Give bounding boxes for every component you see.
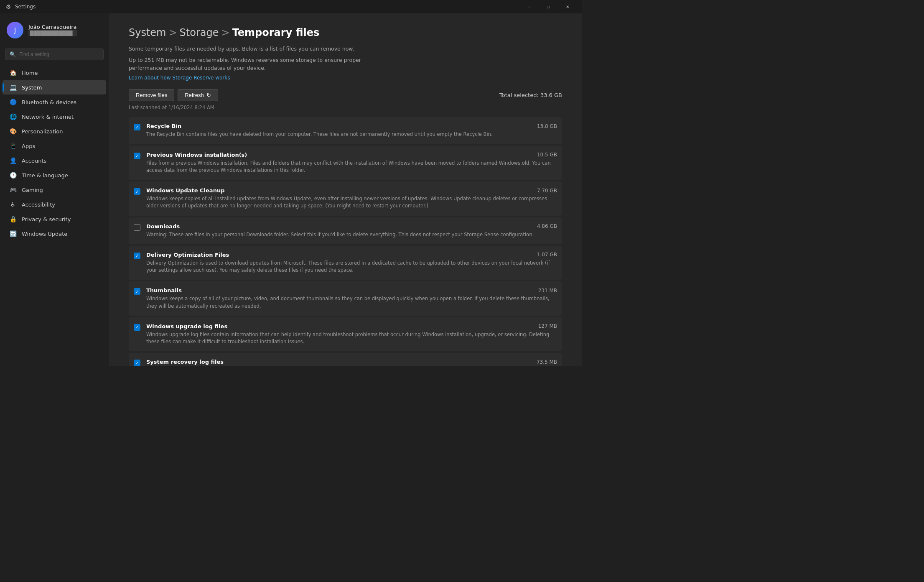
checkbox-wrap[interactable]: [134, 360, 140, 366]
checkbox-wrap[interactable]: [134, 124, 140, 130]
sidebar-item-windows_update[interactable]: 🔄 Windows Update: [3, 227, 106, 241]
file-info: System recovery log files 73.5 MB System…: [146, 359, 557, 366]
file-size: 10.5 GB: [537, 152, 557, 158]
file-info: Windows Update Cleanup 7.70 GB Windows k…: [146, 187, 557, 210]
search-input[interactable]: [19, 51, 99, 57]
breadcrumb: System > Storage > Temporary files: [129, 27, 562, 38]
user-info: João Carrasqueira ████████████: [28, 24, 77, 36]
sidebar-item-system[interactable]: 💻 System: [3, 80, 106, 94]
sidebar-item-privacy[interactable]: 🔒 Privacy & security: [3, 212, 106, 226]
breadcrumb-system: System: [129, 27, 166, 38]
remove-files-button[interactable]: Remove files: [129, 89, 174, 101]
checkbox-wrap[interactable]: [134, 253, 140, 259]
sidebar-item-personalization[interactable]: 🎨 Personalization: [3, 124, 106, 138]
file-size: 127 MB: [538, 323, 557, 329]
file-header: Delivery Optimization Files 1.07 GB: [146, 252, 557, 258]
file-item[interactable]: System recovery log files 73.5 MB System…: [129, 353, 562, 366]
file-checkbox[interactable]: [134, 253, 140, 259]
sidebar-item-accessibility[interactable]: ♿ Accessibility: [3, 197, 106, 212]
file-item[interactable]: Windows upgrade log files 127 MB Windows…: [129, 317, 562, 352]
file-checkbox[interactable]: [134, 360, 140, 366]
file-checkbox[interactable]: [134, 153, 140, 159]
file-header: Downloads 4.86 GB: [146, 223, 557, 230]
file-size: 13.8 GB: [537, 123, 557, 129]
file-item[interactable]: Previous Windows installation(s) 10.5 GB…: [129, 146, 562, 180]
file-item[interactable]: Recycle Bin 13.8 GB The Recycle Bin cont…: [129, 117, 562, 144]
sidebar-item-label-privacy: Privacy & security: [22, 216, 71, 222]
file-name: Windows upgrade log files: [146, 323, 227, 329]
sidebar-item-label-apps: Apps: [22, 143, 35, 149]
file-item[interactable]: Thumbnails 231 MB Windows keeps a copy o…: [129, 281, 562, 316]
file-info: Recycle Bin 13.8 GB The Recycle Bin cont…: [146, 123, 557, 138]
refresh-icon: ↻: [206, 92, 211, 98]
file-name: Delivery Optimization Files: [146, 252, 229, 258]
apps-icon: 📱: [9, 142, 17, 150]
checkbox-wrap[interactable]: [134, 188, 140, 195]
file-size: 1.07 GB: [537, 252, 557, 258]
sidebar-item-label-bluetooth: Bluetooth & devices: [22, 99, 76, 105]
time-icon: 🕐: [9, 171, 17, 179]
minimize-button[interactable]: ─: [519, 0, 539, 13]
file-checkbox[interactable]: [134, 224, 140, 231]
breadcrumb-sep-1: >: [169, 27, 177, 38]
file-checkbox[interactable]: [134, 288, 140, 295]
description-1: Some temporary files are needed by apps.…: [129, 45, 363, 53]
file-item[interactable]: Delivery Optimization Files 1.07 GB Deli…: [129, 246, 562, 280]
titlebar: ⚙ Settings ─ □ ✕: [0, 0, 582, 13]
sidebar-item-apps[interactable]: 📱 Apps: [3, 139, 106, 153]
file-desc: Warning: These are files in your persona…: [146, 231, 557, 238]
breadcrumb-current: Temporary files: [232, 27, 320, 38]
privacy-icon: 🔒: [9, 215, 17, 223]
user-email: ████████████: [28, 30, 77, 36]
file-checkbox[interactable]: [134, 324, 140, 331]
file-desc: The Recycle Bin contains files you have …: [146, 131, 557, 138]
refresh-button[interactable]: Refresh ↻: [178, 89, 218, 101]
file-checkbox[interactable]: [134, 188, 140, 195]
file-desc: Delivery Optimization is used to downloa…: [146, 260, 557, 274]
checkbox-wrap[interactable]: [134, 324, 140, 331]
sidebar-item-label-system: System: [22, 84, 42, 91]
learn-link[interactable]: Learn about how Storage Reserve works: [129, 75, 230, 81]
settings-icon: ⚙: [5, 3, 12, 10]
file-desc: Windows keeps copies of all installed up…: [146, 195, 557, 210]
file-header: Previous Windows installation(s) 10.5 GB: [146, 152, 557, 158]
file-size: 4.86 GB: [537, 223, 557, 229]
file-name: System recovery log files: [146, 359, 224, 365]
file-desc: Windows keeps a copy of all of your pict…: [146, 295, 557, 310]
last-scanned: Last scanned at 1/16/2024 8:24 AM: [129, 105, 562, 110]
search-box[interactable]: 🔍: [5, 48, 104, 60]
sidebar-item-network[interactable]: 🌐 Network & internet: [3, 110, 106, 124]
checkbox-wrap[interactable]: [134, 153, 140, 159]
sidebar-item-label-gaming: Gaming: [22, 187, 43, 193]
file-item[interactable]: Windows Update Cleanup 7.70 GB Windows k…: [129, 181, 562, 216]
sidebar-item-label-home: Home: [22, 70, 38, 76]
file-header: Thumbnails 231 MB: [146, 287, 557, 294]
gaming-icon: 🎮: [9, 186, 17, 194]
accounts-icon: 👤: [9, 157, 17, 164]
file-size: 73.5 MB: [537, 359, 557, 365]
file-info: Thumbnails 231 MB Windows keeps a copy o…: [146, 287, 557, 310]
refresh-label: Refresh: [185, 92, 204, 98]
close-button[interactable]: ✕: [558, 0, 577, 13]
sidebar-item-label-accessibility: Accessibility: [22, 202, 55, 208]
sidebar-item-time[interactable]: 🕐 Time & language: [3, 168, 106, 182]
file-info: Downloads 4.86 GB Warning: These are fil…: [146, 223, 557, 238]
sidebar-item-gaming[interactable]: 🎮 Gaming: [3, 183, 106, 197]
file-header: System recovery log files 73.5 MB: [146, 359, 557, 365]
file-header: Windows upgrade log files 127 MB: [146, 323, 557, 329]
file-item[interactable]: Downloads 4.86 GB Warning: These are fil…: [129, 217, 562, 244]
sidebar-item-accounts[interactable]: 👤 Accounts: [3, 153, 106, 168]
maximize-button[interactable]: □: [539, 0, 558, 13]
file-name: Previous Windows installation(s): [146, 152, 247, 158]
file-info: Delivery Optimization Files 1.07 GB Deli…: [146, 252, 557, 274]
sidebar-item-home[interactable]: 🏠 Home: [3, 66, 106, 80]
checkbox-wrap[interactable]: [134, 288, 140, 295]
total-selected: Total selected: 33.6 GB: [499, 92, 562, 98]
sidebar-item-label-accounts: Accounts: [22, 158, 46, 164]
personalization-icon: 🎨: [9, 128, 17, 135]
titlebar-title: Settings: [15, 4, 36, 10]
file-checkbox[interactable]: [134, 124, 140, 130]
sidebar-item-bluetooth[interactable]: 🔵 Bluetooth & devices: [3, 95, 106, 109]
checkbox-wrap[interactable]: [134, 224, 140, 231]
file-header: Windows Update Cleanup 7.70 GB: [146, 187, 557, 194]
